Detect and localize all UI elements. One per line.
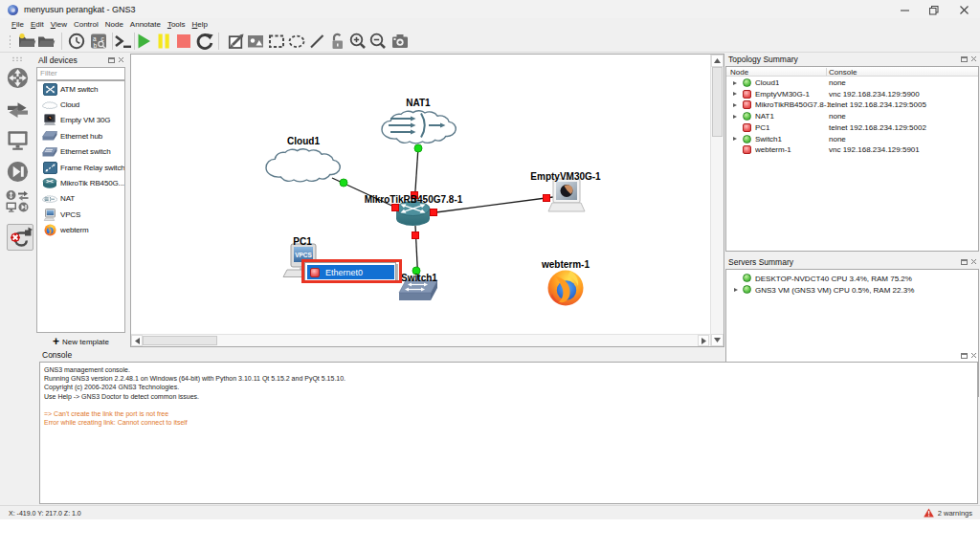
- server-row[interactable]: DESKTOP-NVDCT40 CPU 3.4%, RAM 75.2%: [726, 273, 978, 284]
- node-label-pc1[interactable]: PC1: [293, 236, 311, 247]
- node-label-nat1[interactable]: NAT1: [406, 98, 430, 108]
- close-panel-button[interactable]: [969, 257, 977, 265]
- console-line: Use Help -> GNS3 Doctor to detect common…: [44, 392, 977, 401]
- device-item-empty-vm[interactable]: Empty VM 30G: [37, 113, 124, 128]
- insert-image-button[interactable]: [245, 31, 266, 52]
- open-project-button[interactable]: [35, 31, 56, 52]
- scroll-down-button[interactable]: [711, 334, 724, 346]
- warnings-indicator[interactable]: 2 warnings: [924, 508, 972, 518]
- draw-rectangle-button[interactable]: [266, 31, 287, 52]
- maximize-button[interactable]: [924, 4, 945, 16]
- minimize-button[interactable]: [894, 4, 915, 16]
- menu-annotate[interactable]: Annotate: [127, 20, 164, 29]
- float-icon: [108, 56, 115, 63]
- close-icon: [960, 6, 969, 14]
- start-all-button[interactable]: [133, 31, 154, 52]
- zoom-in-button[interactable]: [347, 31, 368, 52]
- filter-input[interactable]: Filter: [36, 67, 125, 80]
- horizontal-scroll-thumb[interactable]: [143, 336, 217, 345]
- node-label-cloud1[interactable]: Cloud1: [287, 136, 320, 146]
- node-label-switch1[interactable]: Switch1: [401, 273, 437, 283]
- menu-tools[interactable]: Tools: [165, 20, 189, 29]
- interface-menu-item[interactable]: Ethernet0: [307, 265, 394, 279]
- column-console[interactable]: Console: [829, 68, 857, 77]
- browse-all-devices-button[interactable]: [4, 188, 31, 215]
- device-item-atm-switch[interactable]: ATM switch: [37, 81, 124, 97]
- menu-help[interactable]: Help: [189, 20, 211, 29]
- device-item-vpcs[interactable]: VPCS: [37, 207, 124, 222]
- table-row[interactable]: webterm-1 vnc 192.168.234.129:5901: [726, 144, 978, 156]
- expander-icon[interactable]: [733, 137, 737, 141]
- device-item-mikrotik-router[interactable]: MikroTik RB450G...: [37, 175, 124, 190]
- menu-control[interactable]: Control: [71, 20, 101, 29]
- device-item-cloud[interactable]: Cloud: [37, 97, 124, 112]
- close-panel-button[interactable]: [969, 351, 977, 359]
- ellipse-icon: [287, 32, 306, 51]
- browse-end-devices-button[interactable]: [4, 126, 31, 153]
- lock-unlock-button[interactable]: [327, 31, 348, 52]
- table-header[interactable]: Node Console: [726, 67, 978, 77]
- column-node[interactable]: Node: [730, 68, 748, 77]
- expander-icon[interactable]: [734, 288, 738, 292]
- expander-icon[interactable]: [733, 115, 737, 119]
- close-panel-button[interactable]: [969, 55, 977, 62]
- device-item-ethernet-hub[interactable]: Ethernet hub: [37, 128, 124, 143]
- close-panel-button[interactable]: [117, 55, 124, 63]
- vpcs-icon: [42, 208, 57, 221]
- menu-file[interactable]: File: [9, 20, 27, 29]
- device-item-ethernet-switch[interactable]: Ethernet switch: [37, 144, 124, 160]
- snapshot-button[interactable]: [66, 31, 87, 52]
- server-row[interactable]: GNS3 VM (GNS3 VM) CPU 0.5%, RAM 22.3%: [726, 284, 978, 296]
- console-output[interactable]: GNS3 management console. Running GNS3 ve…: [39, 362, 978, 504]
- vertical-scroll-thumb[interactable]: [712, 67, 723, 137]
- table-row[interactable]: EmptyVM30G-1 vnc 192.168.234.129:5900: [726, 89, 978, 100]
- menu-node[interactable]: Node: [102, 20, 126, 29]
- console-line: [44, 401, 977, 409]
- browse-security-devices-button[interactable]: [4, 158, 31, 185]
- float-panel-button[interactable]: [960, 257, 968, 265]
- reload-all-button[interactable]: [194, 31, 215, 52]
- canvas-viewport[interactable]: VPCS: [131, 55, 710, 334]
- canvas-vertical-scrollbar[interactable]: [710, 55, 724, 346]
- device-item-webterm[interactable]: webterm: [37, 223, 124, 238]
- strip-grip[interactable]: [11, 56, 23, 61]
- node-label-emptyvm[interactable]: EmptyVM30G-1: [530, 171, 600, 182]
- table-row[interactable]: Cloud1 none: [726, 77, 978, 89]
- toolbar-grip[interactable]: [9, 34, 11, 48]
- browse-routers-button[interactable]: [4, 64, 31, 91]
- table-row[interactable]: PC1 telnet 192.168.234.129:5002: [726, 122, 978, 134]
- expander-icon[interactable]: [733, 103, 737, 107]
- device-item-frame-relay-switch[interactable]: Frame Relay switch: [37, 160, 124, 175]
- topology-canvas[interactable]: VPCS: [130, 54, 724, 347]
- browse-switches-button[interactable]: [4, 96, 31, 122]
- add-link-button[interactable]: [7, 224, 33, 251]
- expander-icon[interactable]: [733, 92, 737, 96]
- suspend-all-button[interactable]: [153, 31, 174, 52]
- scroll-up-button[interactable]: [711, 55, 724, 67]
- table-row[interactable]: MikroTikRB450G7.8-1 telnet 192.168.234.1…: [726, 99, 978, 111]
- stop-all-button[interactable]: [173, 31, 194, 52]
- canvas-horizontal-scrollbar[interactable]: [131, 334, 710, 346]
- float-panel-button[interactable]: [960, 55, 968, 62]
- close-button[interactable]: [953, 4, 974, 16]
- new-project-button[interactable]: [16, 31, 37, 52]
- screenshot-button[interactable]: [390, 31, 411, 52]
- menu-edit[interactable]: Edit: [28, 20, 47, 29]
- node-label-mikrotik[interactable]: MikroTikRB450G7.8-1: [365, 194, 463, 205]
- table-row[interactable]: Switch1 none: [726, 134, 978, 145]
- node-label-webterm[interactable]: webterm-1: [542, 259, 590, 270]
- scroll-left-button[interactable]: [131, 335, 143, 346]
- add-note-button[interactable]: [226, 31, 247, 52]
- zoom-out-button[interactable]: [368, 31, 389, 52]
- draw-line-button[interactable]: [306, 31, 327, 52]
- device-item-nat[interactable]: NAT: [37, 191, 124, 207]
- expander-icon[interactable]: [733, 81, 737, 85]
- float-panel-button[interactable]: [960, 351, 968, 359]
- interface-labels-button[interactable]: a c b: [88, 31, 109, 52]
- float-panel-button[interactable]: [107, 55, 115, 63]
- menu-view[interactable]: View: [48, 20, 70, 29]
- console-connect-button[interactable]: [113, 31, 134, 52]
- draw-ellipse-button[interactable]: [286, 31, 307, 52]
- table-row[interactable]: NAT1 none: [726, 111, 978, 122]
- scroll-right-button[interactable]: [698, 335, 709, 346]
